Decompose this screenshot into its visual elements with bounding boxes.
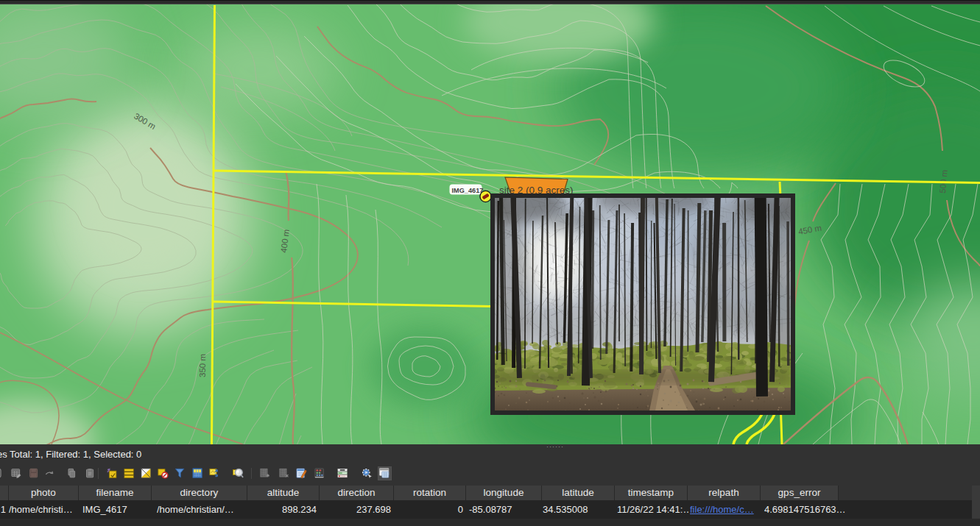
svg-text:350 m: 350 m xyxy=(198,354,207,377)
svg-text:IMG_4617: IMG_4617 xyxy=(452,187,484,194)
